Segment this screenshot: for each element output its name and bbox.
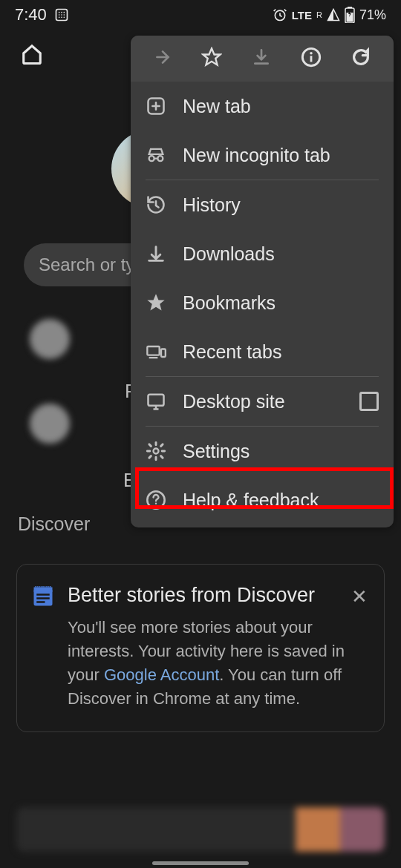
svg-rect-26: [36, 597, 50, 599]
status-time: 7:40: [15, 5, 47, 24]
svg-point-15: [310, 52, 313, 55]
menu-label: Recent tabs: [183, 341, 281, 363]
menu-item-recent-tabs[interactable]: Recent tabs: [131, 327, 394, 376]
svg-rect-20: [149, 395, 164, 406]
google-account-link[interactable]: Google Account: [104, 665, 219, 684]
desktop-site-checkbox[interactable]: [359, 392, 379, 411]
menu-label: Settings: [183, 441, 250, 462]
menu-label: Help & feedback: [183, 490, 319, 511]
download-button[interactable]: [252, 47, 271, 70]
svg-point-5: [61, 14, 62, 16]
menu-item-incognito[interactable]: New incognito tab: [131, 131, 394, 180]
news-icon: [32, 585, 54, 608]
battery-percent: 71%: [359, 7, 386, 23]
svg-point-6: [63, 14, 65, 16]
menu-item-help[interactable]: Help & feedback: [131, 476, 394, 525]
menu-item-history[interactable]: History: [131, 180, 394, 229]
svg-point-4: [59, 14, 60, 16]
menu-label: New incognito tab: [183, 145, 330, 166]
network-label: LTE: [292, 9, 312, 22]
bookmark-star-button[interactable]: [201, 47, 222, 70]
svg-point-8: [61, 17, 62, 19]
menu-topbar: [131, 36, 394, 82]
svg-rect-19: [161, 349, 166, 358]
svg-point-21: [154, 449, 159, 454]
svg-rect-27: [36, 601, 45, 603]
search-placeholder: Search or ty: [39, 254, 134, 275]
svg-point-9: [63, 17, 65, 19]
svg-point-3: [63, 12, 65, 13]
info-button[interactable]: [301, 47, 322, 70]
overflow-menu: New tab New incognito tab History Downlo…: [131, 36, 394, 527]
shortcut-icon[interactable]: [30, 404, 70, 444]
shortcut-icon[interactable]: [30, 319, 70, 359]
menu-item-desktop-site[interactable]: Desktop site: [131, 377, 394, 426]
menu-label: Bookmarks: [183, 292, 276, 314]
status-bar: 7:40 LTE R 71%: [0, 0, 401, 30]
refresh-button[interactable]: [351, 47, 371, 70]
menu-item-bookmarks[interactable]: Bookmarks: [131, 278, 394, 327]
svg-rect-18: [147, 346, 159, 355]
roaming-label: R: [316, 10, 322, 19]
forward-button[interactable]: [153, 47, 172, 70]
svg-point-7: [59, 17, 60, 19]
screenshot-icon: [54, 7, 69, 22]
svg-rect-24: [34, 588, 53, 592]
alarm-icon: [273, 7, 287, 22]
home-icon[interactable]: [21, 43, 43, 65]
svg-rect-25: [36, 594, 50, 596]
menu-item-settings[interactable]: Settings: [131, 427, 394, 476]
discover-card: Better stories from Discover You'll see …: [16, 564, 385, 732]
menu-label: Desktop site: [183, 391, 285, 412]
card-title: Better stories from Discover: [68, 582, 369, 608]
menu-item-downloads[interactable]: Downloads: [131, 229, 394, 278]
svg-point-2: [61, 12, 62, 13]
menu-label: New tab: [183, 96, 251, 117]
content-card[interactable]: [16, 807, 385, 852]
navigation-bar[interactable]: [0, 858, 401, 868]
svg-rect-16: [310, 56, 312, 62]
battery-icon: [345, 7, 355, 23]
discover-heading: Discover: [18, 513, 90, 535]
menu-item-new-tab[interactable]: New tab: [131, 82, 394, 131]
menu-label: History: [183, 194, 241, 216]
svg-rect-12: [348, 7, 352, 8]
card-text: You'll see more stories about your inter…: [68, 616, 369, 711]
menu-label: Downloads: [183, 243, 275, 265]
signal-icon: [327, 8, 340, 22]
card-close-button[interactable]: ✕: [351, 585, 368, 608]
svg-point-1: [59, 12, 60, 13]
